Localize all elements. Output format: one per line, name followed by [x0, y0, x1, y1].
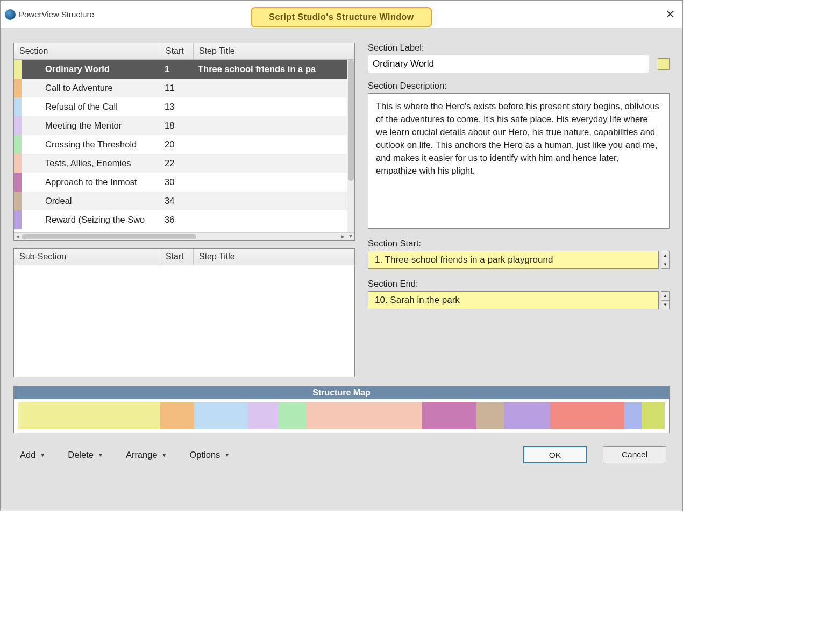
row-start: 20 — [160, 139, 194, 150]
column-sub-start[interactable]: Start — [160, 249, 194, 265]
column-sub-step-title[interactable]: Step Title — [194, 249, 354, 265]
section-table-header: Section Start Step Title — [14, 43, 354, 60]
row-start: 22 — [160, 158, 194, 168]
subsection-table-header: Sub-Section Start Step Title — [14, 249, 354, 265]
row-color-swatch — [14, 154, 22, 173]
arrange-menu[interactable]: Arrange▼ — [123, 448, 170, 462]
section-label-caption: Section Label: — [368, 43, 670, 53]
table-row[interactable]: Call to Adventure11 — [14, 79, 347, 97]
row-color-swatch — [14, 210, 22, 229]
structure-map: Structure Map — [13, 386, 670, 433]
chevron-down-icon: ▼ — [40, 452, 45, 458]
structure-map-segment[interactable] — [476, 402, 503, 429]
structure-map-segment[interactable] — [306, 402, 422, 429]
row-color-swatch — [14, 60, 22, 79]
row-start: 11 — [160, 83, 194, 93]
section-end-up-icon[interactable]: ▲ — [661, 291, 670, 300]
section-start-caption: Section Start: — [368, 238, 670, 249]
row-section-name: Ordinary World — [22, 64, 160, 74]
row-section-name: Ordeal — [22, 196, 160, 206]
section-end-stepper[interactable]: 10. Sarah in the park — [368, 291, 659, 309]
structure-map-body[interactable] — [14, 399, 669, 433]
column-start[interactable]: Start — [160, 43, 194, 59]
structure-map-title: Structure Map — [14, 386, 669, 399]
structure-map-segment[interactable] — [642, 402, 665, 429]
section-end-down-icon[interactable]: ▼ — [661, 300, 670, 310]
table-row[interactable]: Ordeal34 — [14, 192, 347, 210]
row-color-swatch — [14, 173, 22, 192]
row-start: 13 — [160, 102, 194, 112]
row-start: 30 — [160, 177, 194, 187]
structure-map-segment[interactable] — [194, 402, 248, 429]
section-table-vscroll[interactable] — [347, 60, 354, 232]
row-color-swatch — [14, 97, 22, 116]
chevron-down-icon: ▼ — [162, 452, 167, 458]
section-start-stepper[interactable]: 1. Three school friends in a park playgr… — [368, 251, 659, 269]
close-icon[interactable]: ✕ — [662, 6, 678, 23]
banner: Script Studio's Structure Window — [251, 7, 432, 27]
cancel-button[interactable]: Cancel — [603, 446, 666, 463]
structure-map-segment[interactable] — [160, 402, 194, 429]
row-start: 1 — [160, 64, 194, 74]
row-color-swatch — [14, 116, 22, 135]
structure-map-segment[interactable] — [422, 402, 476, 429]
titlebar: PowerView Structure Script Studio's Stru… — [1, 1, 682, 29]
section-start-up-icon[interactable]: ▲ — [661, 251, 670, 260]
row-step-title: Three school friends in a pa — [194, 64, 347, 74]
ok-button[interactable]: OK — [523, 446, 587, 463]
options-menu[interactable]: Options▼ — [186, 448, 233, 462]
section-table-hscroll[interactable]: ◄ ► ▼ — [14, 232, 354, 240]
structure-map-segment[interactable] — [624, 402, 641, 429]
table-row[interactable]: Crossing the Threshold20 — [14, 135, 347, 154]
row-color-swatch — [14, 79, 22, 97]
delete-menu[interactable]: Delete▼ — [65, 448, 106, 462]
table-row[interactable]: Reward (Seizing the Swo36 — [14, 210, 347, 229]
row-start: 36 — [160, 215, 194, 225]
section-label-input[interactable] — [368, 55, 649, 73]
structure-map-segment[interactable] — [279, 402, 305, 429]
row-section-name: Call to Adventure — [22, 83, 160, 93]
section-description-textarea[interactable]: This is where the Hero's exists before h… — [368, 93, 670, 229]
section-table: Section Start Step Title Ordinary World1… — [13, 43, 355, 241]
row-section-name: Meeting the Mentor — [22, 121, 160, 131]
row-start: 34 — [160, 196, 194, 206]
structure-map-segment[interactable] — [18, 402, 160, 429]
row-section-name: Crossing the Threshold — [22, 139, 160, 150]
subsection-table: Sub-Section Start Step Title — [13, 248, 355, 377]
row-color-swatch — [14, 192, 22, 210]
structure-map-segment[interactable] — [550, 402, 624, 429]
chevron-down-icon: ▼ — [98, 452, 103, 458]
table-row[interactable]: Approach to the Inmost30 — [14, 173, 347, 192]
footer: Add▼ Delete▼ Arrange▼ Options▼ OK Cancel — [13, 441, 670, 464]
row-section-name: Tests, Allies, Enemies — [22, 158, 160, 168]
section-color-swatch[interactable] — [658, 58, 670, 70]
chevron-down-icon: ▼ — [224, 452, 230, 458]
add-menu[interactable]: Add▼ — [17, 448, 48, 462]
table-row[interactable]: Tests, Allies, Enemies22 — [14, 154, 347, 173]
row-section-name: Refusal of the Call — [22, 102, 160, 112]
window-title: PowerView Structure — [19, 10, 94, 19]
section-end-caption: Section End: — [368, 279, 670, 289]
structure-map-segment[interactable] — [504, 402, 551, 429]
column-step-title[interactable]: Step Title — [194, 43, 354, 59]
structure-map-segment[interactable] — [248, 402, 279, 429]
subsection-rows — [14, 265, 347, 377]
table-row[interactable]: Meeting the Mentor18 — [14, 116, 347, 135]
row-section-name: Reward (Seizing the Swo — [22, 215, 160, 225]
table-row[interactable]: Refusal of the Call13 — [14, 97, 347, 116]
window: PowerView Structure Script Studio's Stru… — [0, 0, 683, 511]
section-description-caption: Section Description: — [368, 81, 670, 91]
row-start: 18 — [160, 121, 194, 131]
app-icon — [5, 9, 16, 20]
table-row[interactable]: Ordinary World1Three school friends in a… — [14, 60, 347, 79]
dialog-body: Section Start Step Title Ordinary World1… — [1, 29, 682, 511]
section-start-down-icon[interactable]: ▼ — [661, 260, 670, 270]
row-section-name: Approach to the Inmost — [22, 177, 160, 187]
column-subsection[interactable]: Sub-Section — [14, 249, 160, 265]
row-color-swatch — [14, 135, 22, 154]
column-section[interactable]: Section — [14, 43, 160, 59]
